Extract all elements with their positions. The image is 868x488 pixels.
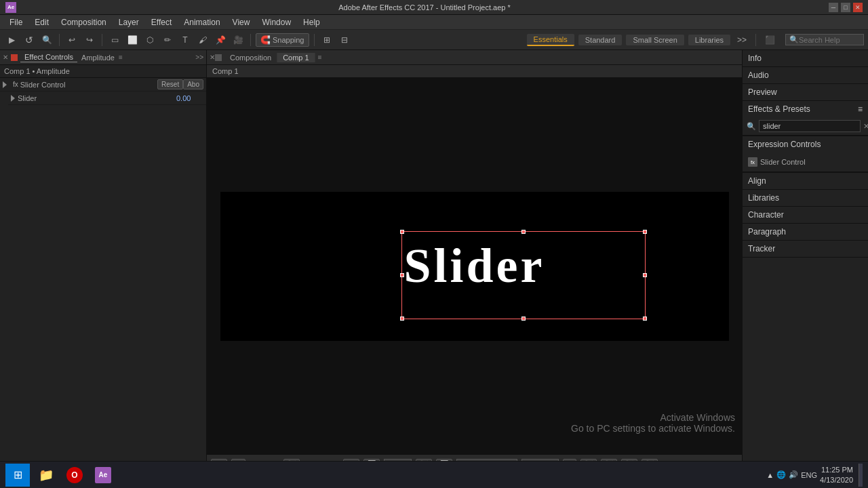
expand-panel-icon[interactable]: >> [195, 54, 203, 61]
tracker-title[interactable]: Tracker [743, 241, 868, 257]
menu-file[interactable]: File [4, 16, 28, 28]
menu-edit[interactable]: Edit [29, 16, 54, 28]
magnet-icon: 🧲 [260, 35, 271, 45]
ae-icon: Ae [95, 467, 111, 483]
slider-control-label: Slider Control [20, 81, 157, 89]
slider-expand[interactable] [11, 95, 15, 102]
align-horiz-btn[interactable]: ⊞ [319, 33, 334, 47]
search-icon: 🔍 [789, 35, 799, 44]
pin-tool[interactable]: 📌 [213, 33, 228, 47]
slider-control-item[interactable]: fx Slider Control [748, 155, 863, 169]
comp-label-prefix: Composition [224, 53, 277, 62]
handle-tr[interactable] [643, 230, 647, 234]
ellipse-tool[interactable]: ⬡ [142, 33, 157, 47]
slider-control-icon: fx [748, 157, 757, 167]
menu-animation[interactable]: Animation [178, 16, 225, 28]
slider-control-reset[interactable]: Reset [157, 79, 183, 89]
pen-tool[interactable]: ✏ [160, 33, 175, 47]
slider-control-expand[interactable] [3, 81, 10, 88]
info-title[interactable]: Info [743, 50, 868, 66]
effects-search-input[interactable] [759, 120, 861, 132]
handle-tl[interactable] [400, 230, 404, 234]
comp-viewer[interactable]: Slider Activate Windows Go to PC setting… [207, 78, 742, 454]
align-title[interactable]: Align [743, 173, 868, 189]
close-panel-icon[interactable]: ✕ [3, 54, 8, 61]
menu-effect[interactable]: Effect [146, 16, 177, 28]
expression-controls-title[interactable]: Expression Controls [743, 136, 868, 152]
workspace-standard[interactable]: Standard [578, 35, 623, 45]
libraries-title[interactable]: Libraries [743, 190, 868, 206]
character-title[interactable]: Character [743, 207, 868, 223]
minimize-button[interactable]: ─ [829, 3, 838, 12]
expression-controls-label: Expression Controls [748, 140, 821, 149]
viewer-lock[interactable]: ⬛ [762, 33, 777, 47]
menu-help[interactable]: Help [298, 16, 326, 28]
start-button[interactable]: ⊞ [5, 464, 30, 487]
zoom-tool[interactable]: 🔍 [39, 33, 54, 47]
comp-text-content: Slider [403, 238, 545, 294]
more-workspaces[interactable]: >> [734, 33, 749, 47]
snapping-button[interactable]: 🧲 Snapping [256, 33, 309, 47]
effects-menu-icon[interactable]: ≡ [858, 104, 863, 114]
comp-menu-icon[interactable]: ≡ [318, 54, 322, 61]
paragraph-title[interactable]: Paragraph [743, 224, 868, 240]
network-icon[interactable]: 🌐 [776, 470, 786, 479]
rect-tool[interactable]: ▭ [107, 33, 122, 47]
effect-controls-tab[interactable]: Effect Controls [20, 52, 77, 62]
text-tool[interactable]: T [178, 33, 193, 47]
slider-control-row[interactable]: fx Slider Control Reset Abo [0, 78, 206, 92]
taskbar: ⊞ 📁 O Ae ▲ 🌐 🔊 ENG 11:25 PM 4/13/2020 [0, 461, 868, 488]
workspace-libraries[interactable]: Libraries [688, 35, 730, 45]
align-label: Align [748, 176, 766, 186]
handle-mr[interactable] [643, 273, 647, 277]
libraries-section: Libraries [743, 190, 868, 207]
camera-tool[interactable]: 🎥 [231, 33, 245, 47]
panel-options-icon[interactable]: ≡ [119, 54, 123, 61]
taskbar-system-tray: ▲ 🌐 🔊 ENG 11:25 PM 4/13/2020 [766, 464, 863, 487]
slider-value[interactable]: 0.00 [176, 94, 203, 102]
menu-window[interactable]: Window [256, 16, 296, 28]
show-desktop-btn[interactable] [859, 464, 863, 487]
tracker-section: Tracker [743, 241, 868, 258]
search-help-box: 🔍 [785, 34, 864, 45]
align-vert-btn[interactable]: ⊟ [337, 33, 352, 47]
undo-btn[interactable]: ↩ [64, 33, 79, 47]
close-comp-icon[interactable]: ✕ [210, 54, 215, 61]
volume-icon[interactable]: 🔊 [789, 470, 798, 479]
search-help-input[interactable] [799, 36, 860, 44]
audio-title[interactable]: Audio [743, 67, 868, 83]
redo-btn[interactable]: ↪ [82, 33, 97, 47]
menu-layer[interactable]: Layer [113, 16, 144, 28]
preview-title[interactable]: Preview [743, 84, 868, 100]
maximize-button[interactable]: □ [841, 3, 850, 12]
taskbar-explorer[interactable]: 📁 [34, 464, 58, 487]
comp-tab-bar: ✕ Composition Comp 1 ≡ [207, 50, 742, 65]
taskbar-opera[interactable]: O [62, 464, 87, 487]
rotate-tool[interactable]: ↺ [22, 33, 37, 47]
handle-tc[interactable] [521, 230, 526, 234]
effects-presets-title[interactable]: Effects & Presets ≡ [743, 101, 868, 117]
expression-controls-content: fx Slider Control [743, 152, 868, 172]
round-rect-tool[interactable]: ⬜ [125, 33, 140, 47]
system-clock[interactable]: 11:25 PM 4/13/2020 [820, 465, 853, 485]
workspace-small-screen[interactable]: Small Screen [626, 35, 684, 45]
menu-composition[interactable]: Composition [56, 16, 112, 28]
workspace-essentials[interactable]: Essentials [527, 34, 574, 46]
handle-bc[interactable] [521, 317, 526, 321]
slider-control-abort[interactable]: Abo [183, 79, 203, 89]
menu-view[interactable]: View [227, 16, 256, 28]
brush-tool[interactable]: 🖌 [195, 33, 210, 47]
effects-clear-icon[interactable]: ✕ [863, 122, 868, 131]
composition-panel: ✕ Composition Comp 1 ≡ Comp 1 Slider [207, 50, 743, 473]
tray-up-icon[interactable]: ▲ [766, 471, 774, 479]
slider-label: Slider [18, 94, 176, 102]
select-tool[interactable]: ▶ [4, 33, 19, 47]
comp-tab-1[interactable]: Comp 1 [277, 53, 315, 62]
handle-br[interactable] [643, 317, 647, 321]
snapping-label: Snapping [273, 36, 304, 44]
taskbar-after-effects[interactable]: Ae [91, 464, 115, 487]
handle-bl[interactable] [400, 317, 404, 321]
close-button[interactable]: ✕ [853, 3, 863, 12]
comp-color-indicator [215, 54, 222, 61]
effects-search-row: 🔍 ✕ [743, 117, 868, 136]
